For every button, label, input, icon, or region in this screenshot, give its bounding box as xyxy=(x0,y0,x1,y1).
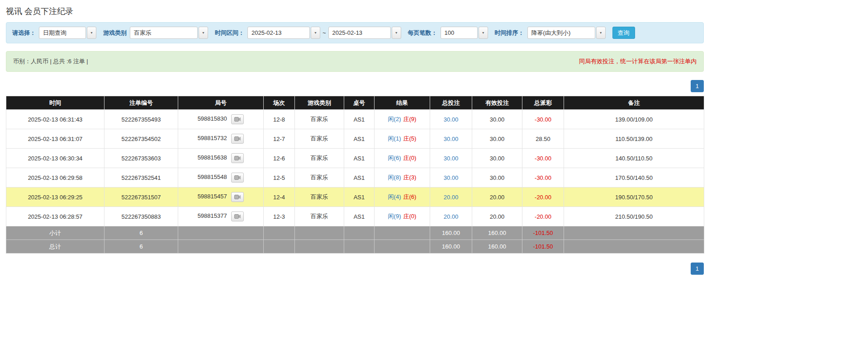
game-type-value[interactable]: 百家乐 xyxy=(130,27,198,39)
banker-result: 庄(5) xyxy=(403,135,417,142)
empty-cell xyxy=(264,226,295,240)
column-header-time: 时间 xyxy=(6,96,104,110)
round-cell: 598815548 xyxy=(178,168,264,188)
total-bet-link[interactable]: 30.00 xyxy=(444,174,459,181)
round-cell: 598815377 xyxy=(178,207,264,226)
select-type-label: 请选择： xyxy=(12,29,36,37)
select-type-value[interactable]: 日期查询 xyxy=(39,27,86,39)
column-header-payout: 总派彩 xyxy=(522,96,564,110)
page-size-value[interactable]: 100 xyxy=(441,27,478,39)
total-bet-cell: 20.00 xyxy=(430,188,472,207)
banker-result: 庄(9) xyxy=(403,116,417,122)
game-result-button[interactable] xyxy=(231,211,244,221)
banker-result: 庄(3) xyxy=(403,174,417,181)
game-result-button[interactable] xyxy=(231,173,244,183)
game-result-button[interactable] xyxy=(231,134,244,144)
chevron-down-icon[interactable]: ▼ xyxy=(87,27,96,39)
game-type-dropdown[interactable]: 百家乐 ▼ xyxy=(130,27,208,39)
pagination-bottom: 1 xyxy=(6,263,704,275)
session-cell: 12-5 xyxy=(264,168,295,188)
page-size-dropdown[interactable]: 100 ▼ xyxy=(441,27,488,39)
date-to-value[interactable]: 2025-02-13 xyxy=(328,27,391,39)
result-cell: 闲(8)庄(3) xyxy=(375,168,430,188)
remark-cell: 210.50/190.50 xyxy=(564,207,704,226)
round-number: 598815548 xyxy=(198,174,227,180)
game-type-label: 游戏类别 xyxy=(103,29,127,37)
remark-cell: 170.50/140.50 xyxy=(564,168,704,188)
round-cell: 598815732 xyxy=(178,129,264,149)
empty-cell xyxy=(344,226,375,240)
chevron-down-icon[interactable]: ▼ xyxy=(392,27,401,39)
bet-id-cell: 522267352541 xyxy=(104,168,178,188)
total-bet-link[interactable]: 30.00 xyxy=(444,136,459,142)
column-header-result: 结果 xyxy=(375,96,430,110)
empty-cell xyxy=(564,226,704,240)
table-header-row: 时间 注单编号 局号 场次 游戏类别 桌号 结果 总投注 有效投注 总派彩 备注 xyxy=(6,96,704,110)
player-result: 闲(8) xyxy=(388,174,401,181)
total-label-cell: 总计 xyxy=(6,240,104,253)
video-icon xyxy=(234,175,241,180)
bet-id-cell: 522267353603 xyxy=(104,149,178,168)
table-row: 2025-02-13 06:29:25 522267351507 5988154… xyxy=(6,188,704,207)
payout-cell: -30.00 xyxy=(522,110,564,129)
game-result-button[interactable] xyxy=(231,153,244,163)
time-range-label: 时间区间： xyxy=(215,29,244,37)
game-type-cell: 百家乐 xyxy=(295,168,344,188)
game-result-button[interactable] xyxy=(231,192,244,202)
chevron-down-icon[interactable]: ▼ xyxy=(311,27,320,39)
total-bet-link[interactable]: 20.00 xyxy=(444,213,459,220)
subtotal-count-cell: 6 xyxy=(104,226,178,240)
date-from-value[interactable]: 2025-02-13 xyxy=(247,27,310,39)
time-cell: 2025-02-13 06:28:57 xyxy=(6,207,104,226)
range-separator: ~ xyxy=(323,29,326,36)
total-bet-link[interactable]: 30.00 xyxy=(444,116,459,123)
total-valid-bet-cell: 160.00 xyxy=(472,240,522,253)
subtotal-valid-bet-cell: 160.00 xyxy=(472,226,522,240)
table-row: 2025-02-13 06:28:57 522267350883 5988153… xyxy=(6,207,704,226)
payout-cell: -30.00 xyxy=(522,168,564,188)
payout-cell: -20.00 xyxy=(522,188,564,207)
video-icon xyxy=(234,155,241,161)
table-row: 2025-02-13 06:29:58 522267352541 5988155… xyxy=(6,168,704,188)
banker-result: 庄(6) xyxy=(403,193,417,200)
page-title: 视讯 会员下注纪录 xyxy=(6,0,704,22)
time-cell: 2025-02-13 06:29:58 xyxy=(6,168,104,188)
summary-body: 小计 6 160.00 160.00 -101.50 总计 6 xyxy=(6,226,704,253)
session-cell: 12-6 xyxy=(264,149,295,168)
page-button[interactable]: 1 xyxy=(691,263,704,275)
empty-cell xyxy=(264,240,295,253)
table-no-cell: AS1 xyxy=(344,207,375,226)
currency-summary-text: 币别：人民币 | 总共 :6 注单 | xyxy=(13,57,88,66)
select-type-dropdown[interactable]: 日期查询 ▼ xyxy=(39,27,96,39)
payout-cell: -20.00 xyxy=(522,207,564,226)
total-bet-link[interactable]: 20.00 xyxy=(444,194,459,201)
valid-bet-cell: 20.00 xyxy=(472,207,522,226)
empty-cell xyxy=(178,240,264,253)
column-header-round: 局号 xyxy=(178,96,264,110)
empty-cell xyxy=(375,226,430,240)
sort-label: 时间排序： xyxy=(495,29,524,37)
game-type-cell: 百家乐 xyxy=(295,129,344,149)
chevron-down-icon[interactable]: ▼ xyxy=(596,27,606,39)
game-type-cell: 百家乐 xyxy=(295,207,344,226)
remark-cell: 139.00/109.00 xyxy=(564,110,704,129)
game-type-cell: 百家乐 xyxy=(295,188,344,207)
subtotal-row: 小计 6 160.00 160.00 -101.50 xyxy=(6,226,704,240)
round-cell: 598815830 xyxy=(178,110,264,129)
round-cell: 598815457 xyxy=(178,188,264,207)
chevron-down-icon[interactable]: ▼ xyxy=(199,27,208,39)
player-result: 闲(6) xyxy=(388,155,401,161)
sort-value[interactable]: 降幂(由大到小) xyxy=(527,27,595,39)
session-cell: 12-4 xyxy=(264,188,295,207)
page-button[interactable]: 1 xyxy=(691,80,704,92)
column-header-table-no: 桌号 xyxy=(344,96,375,110)
total-payout-cell: -101.50 xyxy=(522,240,564,253)
search-button[interactable]: 查询 xyxy=(612,27,635,39)
result-cell: 闲(1)庄(5) xyxy=(375,129,430,149)
chevron-down-icon[interactable]: ▼ xyxy=(479,27,488,39)
date-from-picker[interactable]: 2025-02-13 ▼ xyxy=(247,27,320,39)
date-to-picker[interactable]: 2025-02-13 ▼ xyxy=(328,27,401,39)
sort-dropdown[interactable]: 降幂(由大到小) ▼ xyxy=(527,27,606,39)
game-result-button[interactable] xyxy=(231,114,244,124)
total-bet-link[interactable]: 30.00 xyxy=(444,155,459,162)
